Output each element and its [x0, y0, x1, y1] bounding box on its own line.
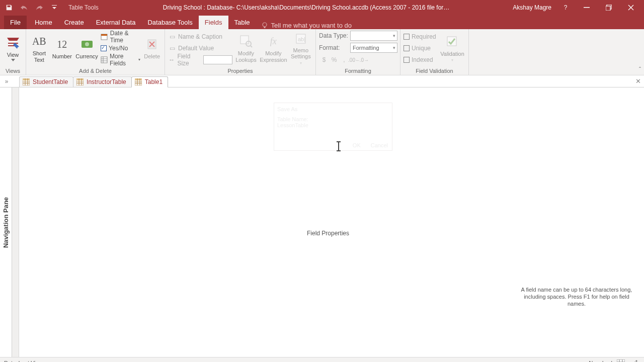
- memo-icon: ab|: [293, 31, 309, 47]
- group-validation: Field Validation: [400, 67, 468, 75]
- close-tab-button[interactable]: ✕: [635, 77, 641, 85]
- text-cursor: [338, 142, 339, 151]
- window-title: Driving School : Database- C:\Users\aksh…: [104, 4, 509, 11]
- shutter-bar-button[interactable]: »: [1, 76, 12, 87]
- number-icon: 12: [54, 36, 70, 52]
- chevron-down-icon: [11, 59, 15, 61]
- restore-button[interactable]: [598, 0, 620, 15]
- more-fields-button[interactable]: More Fields ▾: [101, 54, 140, 65]
- lightbulb-icon: [261, 22, 268, 29]
- field-size-icon: ↔: [168, 56, 175, 64]
- format-row: Format: Formatting: [319, 42, 397, 53]
- design-view-button[interactable]: [628, 358, 640, 363]
- qat-customize-icon[interactable]: [48, 2, 60, 14]
- delete-button[interactable]: Delete: [142, 31, 162, 65]
- name-caption-button[interactable]: ▭ Name & Caption: [168, 31, 232, 42]
- default-value-button[interactable]: ▭ Default Value: [168, 43, 232, 54]
- decrease-decimals-button[interactable]: .0→: [359, 55, 369, 65]
- field-help-text: A field name can be up to 64 characters …: [518, 287, 635, 307]
- tell-me-input[interactable]: Tell me what you want to do: [271, 22, 352, 29]
- tab-external-data[interactable]: External Data: [90, 16, 142, 29]
- comma-format-button[interactable]: ,: [339, 55, 349, 65]
- validation-button[interactable]: Validation ▾: [439, 31, 465, 65]
- required-checkbox[interactable]: Required: [404, 31, 437, 42]
- short-text-button[interactable]: AB Short Text: [29, 31, 49, 65]
- tab-database-tools[interactable]: Database Tools: [141, 16, 198, 29]
- group-views: Views: [0, 67, 26, 75]
- user-name[interactable]: Akshay Magre: [509, 4, 555, 11]
- close-button[interactable]: [620, 0, 642, 15]
- date-time-button[interactable]: Date & Time: [101, 31, 140, 42]
- group-properties: Properties: [165, 67, 315, 75]
- svg-rect-19: [76, 78, 84, 80]
- svg-rect-0: [584, 7, 590, 8]
- currency-format-button[interactable]: $: [319, 55, 329, 65]
- tab-create[interactable]: Create: [58, 16, 90, 29]
- increase-decimals-button[interactable]: .00←: [349, 55, 359, 65]
- datasheet-view-button[interactable]: [615, 358, 627, 363]
- svg-text:ab|: ab|: [298, 36, 305, 42]
- svg-rect-15: [447, 37, 456, 46]
- status-numlock: Num Lock: [589, 360, 614, 363]
- svg-rect-8: [101, 34, 107, 36]
- undo-icon[interactable]: [18, 2, 30, 14]
- tab-table[interactable]: Table: [228, 16, 256, 29]
- table-icon: [135, 78, 142, 85]
- table-icon: [23, 78, 30, 85]
- more-fields-icon: [101, 56, 108, 64]
- minimize-button[interactable]: [576, 0, 598, 15]
- memo-settings-button[interactable]: ab| Memo Settings ▾: [289, 31, 312, 65]
- data-type-row: Data Type:: [319, 30, 397, 41]
- currency-icon: [79, 36, 95, 52]
- svg-rect-4: [264, 27, 265, 28]
- object-tab-table1[interactable]: Table1: [131, 76, 168, 87]
- object-tab-instructortable[interactable]: InstructorTable: [73, 76, 132, 87]
- row-selector-gutter: [12, 87, 19, 357]
- modify-lookups-button[interactable]: Modify Lookups: [234, 31, 258, 65]
- short-text-icon: AB: [31, 33, 47, 49]
- save-icon[interactable]: [3, 2, 15, 14]
- group-formatting: Formatting: [316, 67, 400, 75]
- lookup-icon: [238, 33, 254, 49]
- fx-icon: fx: [265, 33, 281, 49]
- view-button[interactable]: View: [3, 31, 23, 65]
- redo-icon[interactable]: [33, 2, 45, 14]
- contextual-tab-label: Table Tools: [63, 4, 104, 11]
- yes-no-button[interactable]: Yes/No: [101, 43, 140, 54]
- unique-checkbox[interactable]: Unique: [404, 43, 437, 54]
- validation-icon: [444, 34, 460, 50]
- tab-home[interactable]: Home: [29, 16, 58, 29]
- navigation-pane-collapsed[interactable]: Navigation Pane: [0, 87, 12, 357]
- data-type-combo[interactable]: [350, 31, 397, 41]
- svg-rect-17: [23, 78, 30, 80]
- svg-rect-9: [101, 57, 107, 63]
- indexed-checkbox[interactable]: Indexed: [404, 54, 437, 65]
- svg-point-3: [263, 23, 267, 27]
- modify-expression-button[interactable]: fx Modify Expression: [260, 31, 287, 65]
- tag-icon: ▭: [168, 33, 176, 41]
- field-size-input[interactable]: [203, 55, 232, 64]
- field-properties-label: Field Properties: [12, 230, 644, 237]
- delete-icon: [144, 36, 160, 52]
- view-icon: [5, 35, 21, 51]
- table-icon: [76, 78, 84, 85]
- checkbox-icon: [101, 45, 107, 51]
- calendar-icon: [101, 33, 108, 41]
- tab-fields[interactable]: Fields: [199, 16, 228, 29]
- svg-point-6: [85, 42, 89, 46]
- svg-rect-21: [135, 78, 142, 80]
- object-tab-studenttable[interactable]: StudentTable: [19, 76, 73, 87]
- help-icon[interactable]: ?: [559, 2, 572, 14]
- default-value-icon: ▭: [168, 44, 176, 52]
- currency-button[interactable]: Currency: [75, 31, 99, 65]
- percent-format-button[interactable]: %: [329, 55, 339, 65]
- svg-rect-2: [606, 6, 610, 11]
- number-button[interactable]: 12 Number: [51, 31, 73, 65]
- status-view-label: Datasheet View: [4, 360, 43, 363]
- field-size-row: ↔ Field Size: [168, 54, 232, 65]
- svg-rect-11: [240, 36, 249, 44]
- tab-file[interactable]: File: [4, 16, 27, 29]
- save-as-dialog-ghost: Save As Table Name: LessonTable OKCancel: [274, 103, 392, 151]
- format-combo[interactable]: Formatting: [350, 43, 397, 53]
- collapse-ribbon-button[interactable]: ˆ: [639, 66, 641, 73]
